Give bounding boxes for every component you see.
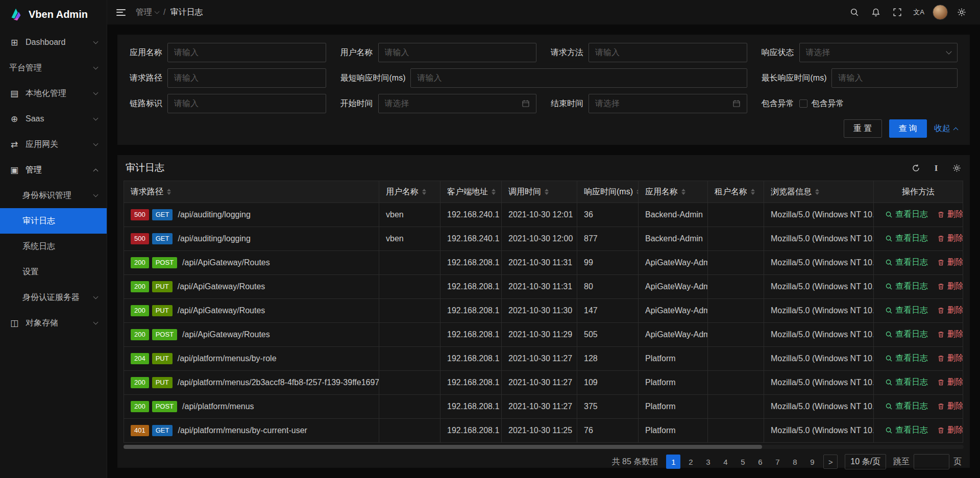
- page-button-5[interactable]: 5: [736, 455, 750, 469]
- view-log-button[interactable]: 查看日志: [885, 305, 928, 316]
- search-button[interactable]: 查 询: [889, 119, 927, 138]
- reset-button[interactable]: 重 置: [844, 119, 881, 138]
- view-log-button[interactable]: 查看日志: [885, 353, 928, 364]
- trace-id-input[interactable]: [174, 94, 320, 113]
- view-log-button[interactable]: 查看日志: [885, 257, 928, 268]
- filter-input-max-response-time: [831, 68, 958, 88]
- fullscreen-icon[interactable]: [888, 3, 906, 21]
- row-height-icon[interactable]: I: [931, 163, 941, 173]
- view-log-button[interactable]: 查看日志: [885, 233, 928, 244]
- request-method-input[interactable]: [595, 43, 741, 62]
- user-name-input[interactable]: [385, 43, 530, 62]
- page-size-select[interactable]: 10 条/页: [845, 454, 886, 469]
- delete-button[interactable]: 删除: [937, 329, 963, 340]
- delete-button[interactable]: 删除: [937, 233, 963, 244]
- page-button-3[interactable]: 3: [701, 455, 715, 469]
- page-button-6[interactable]: 6: [753, 455, 767, 469]
- sidebar-item-admin[interactable]: ▣管理: [0, 157, 107, 183]
- sort-icon[interactable]: [815, 189, 819, 195]
- delete-button[interactable]: 删除: [937, 377, 963, 388]
- sidebar-item-storage[interactable]: ◫对象存储: [0, 310, 107, 336]
- delete-button[interactable]: 删除: [937, 257, 963, 268]
- app-name-input[interactable]: [174, 43, 320, 62]
- collapse-filters-link[interactable]: 收起: [934, 123, 958, 134]
- column-header[interactable]: 客户端地址: [440, 181, 502, 203]
- delete-button[interactable]: 删除: [937, 209, 963, 220]
- response-status-select[interactable]: 请选择: [799, 43, 958, 62]
- include-exception-checkbox[interactable]: [799, 99, 807, 108]
- page-button-7[interactable]: 7: [770, 455, 785, 469]
- breadcrumb-current: 审计日志: [170, 7, 203, 18]
- sort-icon[interactable]: [636, 189, 639, 195]
- sidebar-item-dashboard[interactable]: ⊞Dashboard: [0, 30, 107, 55]
- sidebar-item-platform[interactable]: 平台管理: [0, 55, 107, 81]
- max-response-time-input[interactable]: [838, 69, 951, 87]
- delete-button[interactable]: 删除: [937, 425, 963, 436]
- view-log-button[interactable]: 查看日志: [885, 401, 928, 412]
- delete-button[interactable]: 删除: [937, 305, 963, 316]
- start-time-date-picker[interactable]: 请选择: [378, 94, 537, 113]
- sort-icon[interactable]: [545, 189, 549, 195]
- view-log-button[interactable]: 查看日志: [885, 329, 928, 340]
- breadcrumb-root[interactable]: 管理: [136, 7, 159, 18]
- page-button-1[interactable]: 1: [666, 455, 680, 469]
- notification-bell-icon[interactable]: [867, 3, 885, 21]
- sidebar-item-identity[interactable]: 身份标识管理: [0, 183, 107, 208]
- view-log-button[interactable]: 查看日志: [885, 281, 928, 292]
- call-time-cell: 2021-10-30 11:31: [502, 251, 577, 275]
- column-header[interactable]: 租户名称: [708, 181, 764, 203]
- column-header[interactable]: 浏览器信息: [764, 181, 874, 203]
- chevron-down-icon: [93, 90, 99, 95]
- column-header[interactable]: 用户名称: [379, 181, 440, 203]
- view-log-button[interactable]: 查看日志: [885, 425, 928, 436]
- column-header[interactable]: 调用时间: [502, 181, 577, 203]
- sort-icon[interactable]: [422, 189, 426, 195]
- status-badge: 200: [131, 257, 149, 268]
- delete-button[interactable]: 删除: [937, 353, 963, 364]
- page-jump-input[interactable]: [914, 454, 949, 469]
- refresh-icon[interactable]: [911, 163, 921, 173]
- search-icon[interactable]: [845, 3, 864, 21]
- sidebar-item-system-log[interactable]: 系统日志: [0, 234, 107, 259]
- view-log-button[interactable]: 查看日志: [885, 209, 928, 220]
- column-header[interactable]: 请求路径: [124, 181, 379, 203]
- locale-icon[interactable]: 文A: [910, 3, 928, 21]
- horizontal-scrollbar[interactable]: [124, 445, 964, 449]
- sidebar-item-localization[interactable]: ▤本地化管理: [0, 81, 107, 106]
- app-logo[interactable]: Vben Admin: [0, 0, 107, 29]
- page-button-9[interactable]: 9: [805, 455, 819, 469]
- sort-icon[interactable]: [681, 189, 685, 195]
- sidebar-item-settings[interactable]: 设置: [0, 259, 107, 285]
- sidebar: Vben Admin ⊞Dashboard平台管理▤本地化管理⊕Saas⇄应用网…: [0, 0, 107, 478]
- sort-icon[interactable]: [492, 189, 496, 195]
- column-header: 操作方法: [874, 181, 963, 203]
- request-path-input[interactable]: [174, 69, 320, 87]
- delete-button[interactable]: 删除: [937, 401, 963, 412]
- column-settings-gear-icon[interactable]: [951, 163, 962, 173]
- min-response-time-input[interactable]: [417, 69, 740, 87]
- page-button-8[interactable]: 8: [788, 455, 802, 469]
- scrollbar-thumb[interactable]: [124, 445, 762, 449]
- sidebar-item-gateway[interactable]: ⇄应用网关: [0, 132, 107, 157]
- sort-icon[interactable]: [167, 189, 171, 195]
- sidebar-collapse-icon[interactable]: [116, 9, 126, 16]
- view-log-button[interactable]: 查看日志: [885, 377, 928, 388]
- column-header[interactable]: 应用名称: [639, 181, 708, 203]
- avatar[interactable]: [931, 3, 949, 21]
- sort-icon[interactable]: [751, 189, 755, 195]
- sidebar-item-auth-server[interactable]: 身份认证服务器: [0, 285, 107, 310]
- filter-grid: 应用名称用户名称请求方法响应状态请选择请求路径最短响应时间(ms)最长响应时间(…: [130, 43, 958, 113]
- sidebar-item-label: 平台管理: [9, 63, 94, 73]
- page-button-2[interactable]: 2: [683, 455, 698, 469]
- sidebar-item-audit-log[interactable]: 审计日志: [0, 208, 107, 234]
- end-time-date-picker[interactable]: 请选择: [589, 94, 747, 113]
- settings-gear-icon[interactable]: [952, 3, 971, 21]
- collapse-label: 收起: [934, 123, 950, 134]
- filter-field-request-path: 请求路径: [130, 68, 326, 88]
- sidebar-item-saas[interactable]: ⊕Saas: [0, 106, 107, 132]
- page-button-4[interactable]: 4: [718, 455, 732, 469]
- next-page-button[interactable]: >: [823, 455, 838, 469]
- column-header[interactable]: 响应时间(ms): [577, 181, 639, 203]
- localization-icon: ▤: [9, 88, 19, 99]
- delete-button[interactable]: 删除: [937, 281, 963, 292]
